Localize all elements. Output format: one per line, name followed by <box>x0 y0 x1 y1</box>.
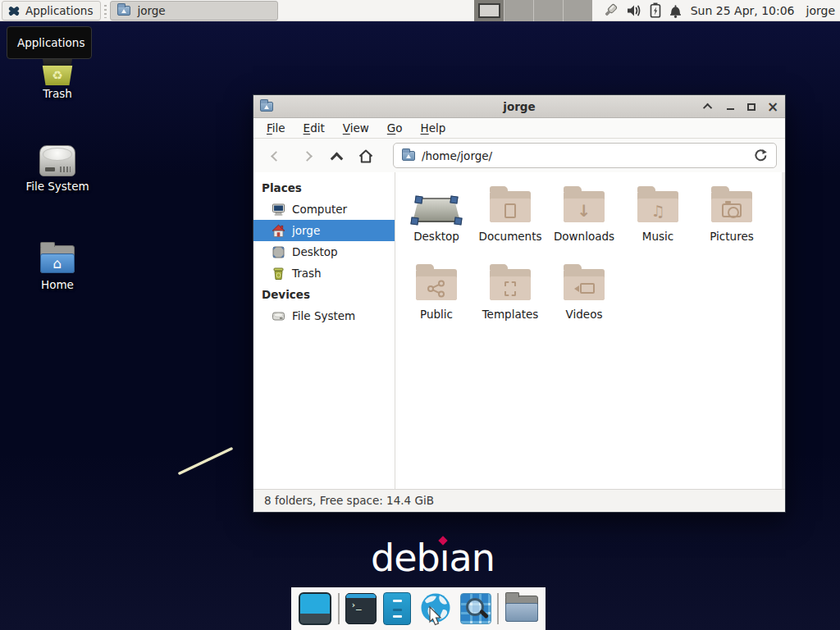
sidebar-item-trash[interactable]: Trash <box>253 262 395 284</box>
computer-icon <box>272 203 285 217</box>
file-item-downloads[interactable]: ↓ Downloads <box>547 179 621 257</box>
file-list-view[interactable]: Desktop Documents ↓ Downloads ♫ Music <box>395 172 785 489</box>
shade-button[interactable] <box>703 101 714 112</box>
folder-downloads-icon: ↓ <box>564 191 605 222</box>
directory-menu-icon[interactable] <box>505 596 538 622</box>
plug-icon[interactable] <box>602 2 619 19</box>
up-button[interactable] <box>326 145 347 167</box>
back-button[interactable] <box>265 145 286 167</box>
application-finder-icon[interactable] <box>460 593 491 624</box>
folder-music-icon: ♫ <box>637 191 678 222</box>
taskbar-button[interactable]: jorge <box>110 1 278 21</box>
file-item-videos[interactable]: Videos <box>547 257 621 335</box>
show-desktop-icon[interactable] <box>299 592 331 625</box>
desktop-surface-icon <box>413 198 460 222</box>
desktop-icon-label: Home <box>0 278 115 291</box>
desktop-icon-label: Trash <box>0 87 115 100</box>
trash-icon <box>272 267 285 281</box>
web-browser-icon[interactable] <box>418 591 454 627</box>
panel-separator-handle <box>103 3 108 18</box>
window-titlebar[interactable]: jorge × <box>253 95 785 118</box>
close-button[interactable]: × <box>767 101 778 112</box>
menu-file[interactable]: File <box>258 118 294 138</box>
stray-line <box>174 443 240 481</box>
sidebar-item-label: Trash <box>292 267 322 280</box>
xfce-logo-icon <box>7 4 21 17</box>
file-item-label: Pictures <box>710 230 753 243</box>
file-item-documents[interactable]: Documents <box>473 179 547 257</box>
notifications-bell-icon[interactable] <box>669 3 682 18</box>
battery-icon[interactable] <box>650 2 661 18</box>
taskbar-button-label: jorge <box>137 4 165 17</box>
menu-help[interactable]: Help <box>412 118 455 138</box>
sidebar-item-computer[interactable]: Computer <box>253 199 395 220</box>
file-item-templates[interactable]: Templates <box>473 257 547 335</box>
file-item-label: Public <box>420 308 453 321</box>
desktop-icon-label: File System <box>0 180 115 193</box>
file-item-label: Documents <box>479 230 542 243</box>
path-entry[interactable]: /home/jorge/ <box>393 143 777 168</box>
file-item-label: Desktop <box>413 230 459 243</box>
menu-go[interactable]: Go <box>378 118 412 138</box>
sidebar-item-label: Computer <box>292 203 347 216</box>
forward-button[interactable] <box>296 145 317 167</box>
dock-separator <box>338 593 340 624</box>
path-text[interactable]: /home/jorge/ <box>422 149 747 162</box>
desktop-icon <box>272 245 285 259</box>
sidebar-item-file-system[interactable]: File System <box>253 305 395 326</box>
menubar: File Edit View Go Help <box>253 118 785 139</box>
workspace-switcher[interactable] <box>474 0 592 21</box>
hard-drive-icon <box>272 309 285 323</box>
house-icon <box>272 224 285 238</box>
reload-icon[interactable] <box>754 148 768 162</box>
home-folder-icon: ⌂ <box>38 240 77 278</box>
workspace-4[interactable] <box>563 0 592 21</box>
folder-public-icon <box>416 269 457 300</box>
workspace-1-active-window <box>478 3 500 18</box>
sidebar-item-jorge[interactable]: jorge <box>253 220 395 241</box>
desktop: Applications jorge <box>0 0 840 630</box>
file-item-music[interactable]: ♫ Music <box>621 179 695 257</box>
debian-logo-i-diamond: ı <box>440 536 450 580</box>
sidebar-item-desktop[interactable]: Desktop <box>253 241 395 262</box>
folder-templates-icon <box>490 269 531 300</box>
sidebar-header-places: Places <box>253 177 395 199</box>
desktop-icon-home[interactable]: ⌂ Home <box>0 240 115 291</box>
folder-videos-icon <box>564 269 605 300</box>
hard-drive-icon <box>39 142 76 180</box>
panel-clock[interactable]: Sun 25 Apr, 10:06 <box>691 4 795 17</box>
menu-edit[interactable]: Edit <box>294 118 334 138</box>
menu-view[interactable]: View <box>334 118 378 138</box>
system-tray <box>602 2 682 19</box>
applications-menu-label: Applications <box>25 4 93 17</box>
file-item-label: Downloads <box>554 230 614 243</box>
desktop-icon-file-system[interactable]: File System <box>0 142 115 193</box>
file-item-desktop[interactable]: Desktop <box>399 179 473 257</box>
maximize-button[interactable] <box>746 101 757 112</box>
workspace-1[interactable] <box>474 0 504 21</box>
minimize-button[interactable] <box>724 101 736 112</box>
workspace-3[interactable] <box>533 0 563 21</box>
home-button[interactable] <box>355 145 377 167</box>
dock-separator <box>497 593 499 624</box>
folder-documents-icon <box>490 191 531 222</box>
file-item-pictures[interactable]: Pictures <box>695 179 769 257</box>
panel-user-menu[interactable]: jorge <box>806 4 835 17</box>
file-item-label: Music <box>642 230 673 243</box>
terminal-icon[interactable]: ›_ <box>345 593 377 624</box>
dock-panel: ›_ <box>291 587 546 630</box>
share-glyph <box>427 280 446 298</box>
volume-icon[interactable] <box>626 3 642 18</box>
statusbar: 8 folders, Free space: 14.4 GiB <box>253 489 785 512</box>
top-panel: Applications jorge <box>0 0 840 21</box>
toolbar: /home/jorge/ <box>253 139 785 172</box>
sidebar-item-label: File System <box>292 309 355 322</box>
workspace-2[interactable] <box>504 0 533 21</box>
applications-menu-button[interactable]: Applications <box>2 1 101 21</box>
sidebar-header-devices: Devices <box>253 284 395 305</box>
file-manager-icon[interactable] <box>383 592 411 625</box>
file-item-public[interactable]: Public <box>399 257 473 335</box>
scrollbar-track[interactable] <box>782 172 785 489</box>
sidebar: Places Computer <box>253 172 395 489</box>
folder-icon <box>402 151 415 161</box>
